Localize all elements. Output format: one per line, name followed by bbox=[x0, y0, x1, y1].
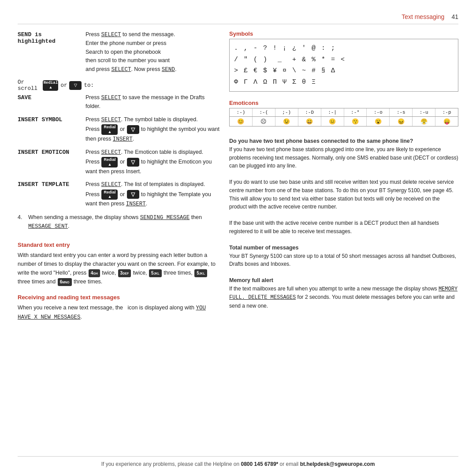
footer-phone: 0800 145 6789* bbox=[241, 461, 279, 467]
emoticons-emoji-row: 😊 ☹ 😉 😄 😐 😗 😮 😖 😤 😛 bbox=[230, 117, 458, 126]
emoticon-text-1: :-) bbox=[230, 108, 253, 116]
emoticon-text-8: :-s bbox=[390, 108, 413, 116]
label-save: SAVE bbox=[18, 93, 79, 111]
symbols-row-2: / " ( ) _ + & % * = < bbox=[234, 54, 454, 66]
emoji-2: ☹ bbox=[253, 117, 275, 126]
emoji-5: 😐 bbox=[321, 117, 344, 126]
faq-heading: Do you have two text phone bases connect… bbox=[229, 138, 458, 144]
key-4: 4GH bbox=[89, 269, 100, 277]
emoticon-text-9: :-u bbox=[413, 108, 435, 116]
redial-icon-2: Redial▲ bbox=[101, 124, 118, 135]
redial-icon-1: Redial▲ bbox=[43, 80, 58, 91]
left-column: SEND is highlighted Press SELECT to send… bbox=[18, 30, 220, 456]
header-title: Text messaging bbox=[402, 13, 444, 20]
label-scroll: Or scroll Redial▲ or ▽ to: bbox=[18, 78, 94, 92]
emoticons-section: Emoticons :-) :-( ;-) :-D :-| :-* :-o :-… bbox=[229, 100, 458, 129]
total-messages-heading: Total number of messages bbox=[229, 245, 458, 251]
number-4: 4. bbox=[18, 213, 25, 231]
standard-text-body: With standard text entry you can enter a… bbox=[18, 251, 220, 286]
emoticons-heading: Emoticons bbox=[229, 100, 458, 106]
emoji-6: 😗 bbox=[344, 117, 367, 126]
memory-full-section: Memory full alert If the text mailboxes … bbox=[229, 274, 458, 310]
emoji-7: 😮 bbox=[367, 117, 390, 126]
instruction-row-scroll: Or scroll Redial▲ or ▽ to: bbox=[18, 78, 220, 92]
symbols-heading: Symbols bbox=[229, 30, 458, 37]
label-insert-template: INSERT TEMPLATE bbox=[18, 180, 79, 208]
text-scroll bbox=[100, 78, 220, 92]
label-insert-symbol: INSERT SYMBOL bbox=[18, 115, 79, 144]
key-3: 3DEF bbox=[118, 269, 131, 277]
key-5a: 5JKL bbox=[149, 269, 162, 277]
memory-full-body: If the text mailboxes are full when you … bbox=[229, 285, 458, 310]
faq-body: If you have two text phone base stations… bbox=[229, 145, 458, 236]
main-layout: SEND is highlighted Press SELECT to send… bbox=[18, 30, 458, 456]
emoticon-text-3: ;-) bbox=[275, 108, 298, 116]
emoticon-text-4: :-D bbox=[298, 108, 321, 116]
page-container: Text messaging 41 SEND is highlighted Pr… bbox=[0, 0, 476, 476]
instruction-row-insert-emoticon: INSERT EMOTICON Press SELECT. The Emotic… bbox=[18, 148, 220, 176]
label-send: SEND is highlighted bbox=[18, 30, 79, 74]
header: Text messaging 41 bbox=[18, 13, 458, 24]
header-page: 41 bbox=[451, 13, 458, 20]
footer-text: If you experience any problems, please c… bbox=[101, 461, 240, 467]
label-insert-emoticon: INSERT EMOTICON bbox=[18, 148, 79, 176]
numbered-item-4: 4. When sending a message, the display s… bbox=[18, 213, 220, 231]
emoticons-text-row: :-) :-( ;-) :-D :-| :-* :-o :-s :-u :-p bbox=[230, 108, 458, 117]
faq-section: Do you have two text phone bases connect… bbox=[229, 134, 458, 236]
text-insert-emoticon: Press SELECT. The Emoticon table is disp… bbox=[86, 148, 220, 176]
emoticon-text-10: :-p bbox=[435, 108, 458, 116]
text-insert-symbol: Press SELECT. The symbol table is displa… bbox=[86, 115, 220, 144]
memory-full-heading: Memory full alert bbox=[229, 277, 458, 283]
emoticon-text-5: :-| bbox=[321, 108, 344, 116]
receiving-heading: Receiving and reading text messages bbox=[18, 294, 220, 301]
scroll-icon-3: ▽ bbox=[127, 158, 139, 167]
instruction-row-insert-template: INSERT TEMPLATE Press SELECT. The list o… bbox=[18, 180, 220, 208]
emoji-3: 😉 bbox=[275, 117, 298, 126]
symbols-box: . , - ? ! ¡ ¿ ' @ : ; / " ( ) _ + & % * … bbox=[229, 39, 458, 92]
footer-email[interactable]: bt.helpdesk@sgweurope.com bbox=[300, 461, 375, 467]
scroll-icon-2: ▽ bbox=[127, 125, 139, 134]
instruction-row-save: SAVE Press SELECT to save the message in… bbox=[18, 93, 220, 111]
footer-email-label: or email bbox=[280, 461, 299, 467]
instruction-row-insert-symbol: INSERT SYMBOL Press SELECT. The symbol t… bbox=[18, 115, 220, 144]
text-insert-template: Press SELECT. The list of templates is d… bbox=[86, 180, 220, 208]
emoticon-text-2: :-( bbox=[253, 108, 275, 116]
numbered-item-4-text: When sending a message, the display show… bbox=[28, 213, 220, 231]
text-send: Press SELECT to send the message. Enter … bbox=[86, 30, 220, 74]
key-6: 6MNO bbox=[58, 278, 72, 286]
symbols-row-4: Φ Γ Λ Ω Π Ψ Σ θ Ξ bbox=[234, 77, 454, 88]
total-messages-section: Total number of messages Your BT Synergy… bbox=[229, 241, 458, 268]
redial-icon-4: Redial▲ bbox=[101, 190, 118, 200]
emoji-10: 😛 bbox=[435, 117, 458, 126]
key-5b: 5JKL bbox=[194, 269, 207, 277]
emoji-4: 😄 bbox=[298, 117, 321, 126]
symbols-section: Symbols . , - ? ! ¡ ¿ ' @ : ; / " ( ) _ … bbox=[229, 30, 458, 94]
emoji-1: 😊 bbox=[230, 117, 253, 126]
scroll-icon-4: ▽ bbox=[127, 190, 139, 199]
symbols-row-1: . , - ? ! ¡ ¿ ' @ : ; bbox=[234, 43, 454, 54]
emoticons-box: :-) :-( ;-) :-D :-| :-* :-o :-s :-u :-p … bbox=[229, 108, 458, 126]
emoji-8: 😖 bbox=[390, 117, 413, 126]
total-messages-body: Your BT Synergy 5100 can store up to a t… bbox=[229, 252, 458, 268]
footer: If you experience any problems, please c… bbox=[18, 456, 458, 467]
text-save: Press SELECT to save the message in the … bbox=[86, 93, 220, 111]
scroll-icon-1: ▽ bbox=[69, 81, 82, 90]
receiving-body: When you receive a new text message, the… bbox=[18, 303, 220, 322]
redial-icon-3: Redial▲ bbox=[101, 157, 118, 167]
standard-text-heading: Standard text entry bbox=[18, 242, 220, 248]
emoticon-text-7: :-o bbox=[367, 108, 390, 116]
symbols-row-3: > £ € $ ¥ ¤ \ ~ # § Δ bbox=[234, 65, 454, 77]
instruction-row-send: SEND is highlighted Press SELECT to send… bbox=[18, 30, 220, 74]
emoticon-text-6: :-* bbox=[344, 108, 367, 116]
emoji-9: 😤 bbox=[413, 117, 435, 126]
right-column: Symbols . , - ? ! ¡ ¿ ' @ : ; / " ( ) _ … bbox=[229, 30, 458, 456]
